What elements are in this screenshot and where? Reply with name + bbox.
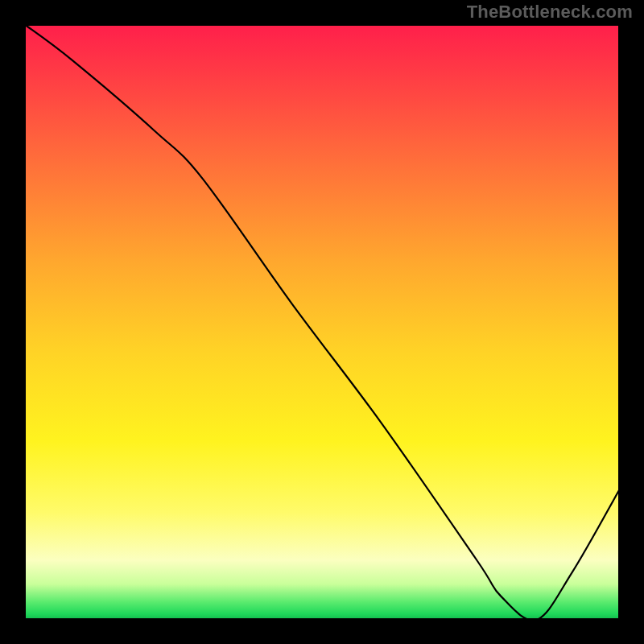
- attribution-text: TheBottleneck.com: [467, 2, 633, 23]
- bottleneck-curve: [24, 24, 620, 620]
- plot-area: [24, 24, 620, 620]
- chart-frame: TheBottleneck.com: [0, 0, 644, 644]
